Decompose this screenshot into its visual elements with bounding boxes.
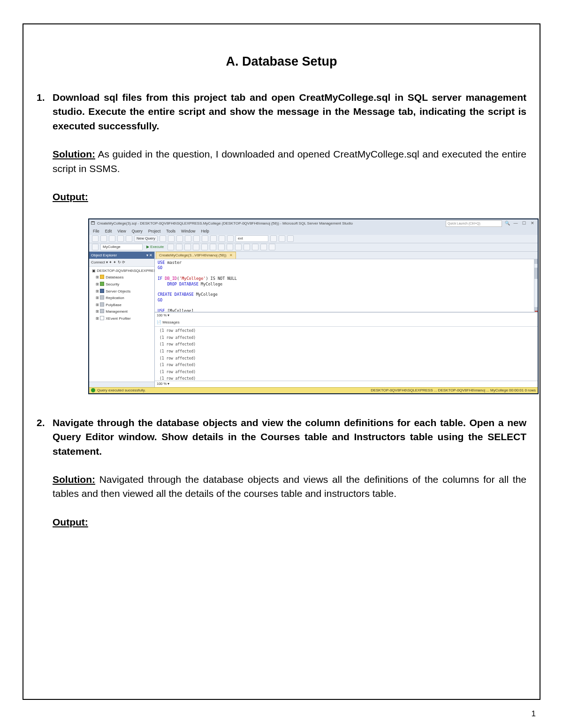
menu-edit[interactable]: Edit xyxy=(105,228,112,234)
messages-zoom[interactable]: 100 % ▾ xyxy=(155,381,538,387)
open-file-button[interactable] xyxy=(109,235,115,242)
management-icon xyxy=(100,309,104,313)
tb2-icon-3[interactable] xyxy=(201,244,208,250)
tb2-icon-7[interactable] xyxy=(235,244,242,250)
database-icon xyxy=(100,275,104,279)
tree-server-node[interactable]: ▣ DESKTOP-0QV8FH6\SQLEXPRESS (SQL Server xyxy=(91,268,152,274)
copy-button[interactable] xyxy=(202,235,208,242)
main-area: CreateMyCollege(3...V8FH6\manoj (58)) ✕ … xyxy=(155,252,538,387)
paste-button[interactable] xyxy=(210,235,217,242)
toolbar-main: New Query ext xyxy=(89,235,538,243)
parse-button[interactable] xyxy=(92,244,99,250)
tree-replication[interactable]: ⊞ Replication xyxy=(91,294,152,301)
tree-xevent[interactable]: ⊞ XEvent Profiler xyxy=(91,315,152,322)
tree-polybase[interactable]: ⊞ PolyBase xyxy=(91,301,152,308)
tb2-icon-4[interactable] xyxy=(210,244,216,250)
menubar: File Edit View Query Project Tools Windo… xyxy=(89,228,538,235)
menu-view[interactable]: View xyxy=(117,228,126,234)
undo-button[interactable] xyxy=(219,235,225,242)
tb2-icon-1[interactable] xyxy=(184,244,191,250)
sql-editor[interactable]: USE master GO IF DB_ID('MyCollege') IS N… xyxy=(155,259,538,313)
status-bar: Query executed successfully. DESKTOP-0QV… xyxy=(89,387,538,393)
solution-label: Solution: xyxy=(53,474,95,485)
menu-project[interactable]: Project xyxy=(148,228,160,234)
search-icon[interactable]: 🔍 xyxy=(504,220,510,226)
database-combo[interactable]: MyCollege xyxy=(100,244,143,250)
ssms-screenshot: 🗔 CreateMyCollege(3).sql - DESKTOP-0QV8F… xyxy=(88,218,539,394)
menu-help[interactable]: Help xyxy=(201,228,209,234)
minimize-button[interactable]: — xyxy=(512,220,519,226)
ssms-titlebar: 🗔 CreateMyCollege(3).sql - DESKTOP-0QV8F… xyxy=(89,219,538,228)
tb2-icon-2[interactable] xyxy=(193,244,199,250)
object-explorer-controls[interactable]: ▾ ✕ xyxy=(146,253,152,258)
editor-tab-active[interactable]: CreateMyCollege(3...V8FH6\manoj (58)) ✕ xyxy=(156,252,236,259)
tree-server-objects[interactable]: ⊞ Server Objects xyxy=(91,288,152,295)
tb-icon-5[interactable] xyxy=(270,235,277,242)
menu-window[interactable]: Window xyxy=(181,228,195,234)
tb-icon-3[interactable] xyxy=(176,235,183,242)
tree-security[interactable]: ⊞ Security xyxy=(91,281,152,288)
message-row: (1 row affected) xyxy=(160,355,533,362)
save-all-button[interactable] xyxy=(126,235,132,242)
tab-close-icon[interactable]: ✕ xyxy=(229,253,233,258)
tb-icon-1[interactable] xyxy=(160,235,166,242)
tb2-icon-6[interactable] xyxy=(227,244,233,250)
editor-scrollbar[interactable] xyxy=(534,259,538,312)
message-row: (1 row affected) xyxy=(160,341,533,348)
tb2-icon-8[interactable] xyxy=(243,244,250,250)
tb2-icon-5[interactable] xyxy=(218,244,225,250)
question-list: Download sql files from this project tab… xyxy=(37,90,526,529)
tb-icon-6[interactable] xyxy=(279,235,285,242)
close-button[interactable]: ✕ xyxy=(529,220,536,226)
save-button[interactable] xyxy=(117,235,124,242)
menu-file[interactable]: File xyxy=(93,228,99,234)
tree-management[interactable]: ⊞ Management xyxy=(91,308,152,315)
tb2-icon-9[interactable] xyxy=(252,244,259,250)
tb2-icon-11[interactable] xyxy=(269,244,275,250)
section-title: A. Database Setup xyxy=(37,54,526,69)
new-query-button[interactable]: New Query xyxy=(134,235,158,242)
editor-zoom[interactable]: 100 % ▾ xyxy=(155,312,538,319)
status-info: DESKTOP-0QV8FH6\SQLEXPRESS ... DESKTOP-0… xyxy=(371,388,536,393)
check-button[interactable] xyxy=(176,244,183,250)
tb-icon-2[interactable] xyxy=(168,235,175,242)
security-icon xyxy=(100,282,104,286)
messages-tab[interactable]: 📄 Messages xyxy=(155,319,538,327)
object-explorer-panel: Object Explorer ▾ ✕ Connect ▾ ✦ ✦ ↻ ⟳ ▣ … xyxy=(89,252,155,387)
message-row: (1 row affected) xyxy=(160,362,533,369)
messages-pane: (1 row affected) (1 row affected) (1 row… xyxy=(155,327,538,381)
solution-text: As guided in the question, I downloaded … xyxy=(53,149,526,173)
tree-databases[interactable]: ⊞ Databases xyxy=(91,274,152,281)
nav-fwd-button[interactable] xyxy=(100,235,107,242)
object-explorer-label: Object Explorer xyxy=(91,253,117,258)
tb-icon-4[interactable] xyxy=(185,235,191,242)
polybase-icon xyxy=(100,302,104,307)
page-border: A. Database Setup Download sql files fro… xyxy=(23,23,540,700)
menu-tools[interactable]: Tools xyxy=(166,228,175,234)
menu-query[interactable]: Query xyxy=(132,228,143,234)
question-1-solution: Solution: As guided in the question, I d… xyxy=(53,147,526,176)
cut-button[interactable] xyxy=(193,235,200,242)
execute-button[interactable]: ▶ Execute xyxy=(145,244,166,250)
message-row: (1 row affected) xyxy=(160,375,533,381)
object-explorer-title: Object Explorer ▾ ✕ xyxy=(89,252,154,259)
redo-button[interactable] xyxy=(227,235,234,242)
stop-button[interactable] xyxy=(167,244,174,250)
question-1-output-label: Output: xyxy=(53,190,526,204)
quick-launch-input[interactable]: Quick Launch (Ctrl+Q) xyxy=(446,220,502,227)
ssms-window-title: CreateMyCollege(3).sql - DESKTOP-0QV8FH6… xyxy=(97,221,353,226)
oe-scrollbar[interactable] xyxy=(89,382,154,387)
tb2-icon-10[interactable] xyxy=(260,244,267,250)
tb-icon-7[interactable] xyxy=(287,235,294,242)
object-tree: ▣ DESKTOP-0QV8FH6\SQLEXPRESS (SQL Server… xyxy=(89,267,154,323)
extension-combo[interactable]: ext xyxy=(236,235,268,242)
connect-toolbar[interactable]: Connect ▾ ✦ ✦ ↻ ⟳ xyxy=(89,259,154,267)
nav-back-button[interactable] xyxy=(92,235,99,242)
ssms-app-icon: 🗔 xyxy=(91,220,95,226)
question-2-text: Navigate through the database objects an… xyxy=(53,416,526,458)
output-label: Output: xyxy=(53,517,88,527)
question-2-solution: Solution: Navigated through the database… xyxy=(53,473,526,501)
question-2-output-label: Output: xyxy=(53,515,526,529)
maximize-button[interactable]: ☐ xyxy=(521,220,527,226)
tab-label: CreateMyCollege(3...V8FH6\manoj (58)) xyxy=(159,253,227,258)
